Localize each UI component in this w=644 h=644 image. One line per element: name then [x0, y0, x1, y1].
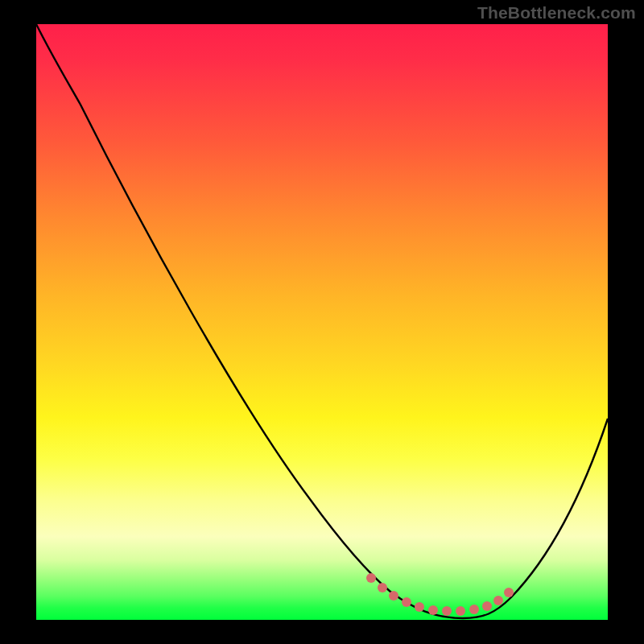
- svg-point-0: [366, 573, 376, 583]
- curve-layer: [36, 24, 608, 620]
- svg-point-5: [428, 605, 438, 615]
- svg-point-1: [378, 583, 387, 592]
- watermark-text: TheBottleneck.com: [477, 3, 636, 23]
- svg-point-8: [469, 605, 479, 614]
- svg-point-6: [442, 606, 452, 616]
- main-curve: [36, 24, 608, 618]
- plot-area: [36, 24, 608, 620]
- svg-point-11: [504, 588, 514, 597]
- svg-point-7: [456, 606, 465, 616]
- svg-point-3: [402, 597, 411, 607]
- svg-point-4: [415, 602, 424, 612]
- svg-point-2: [389, 591, 398, 601]
- svg-point-10: [493, 596, 503, 605]
- svg-point-9: [482, 601, 492, 611]
- marker-band: [366, 573, 514, 616]
- chart-frame: TheBottleneck.com: [0, 0, 644, 644]
